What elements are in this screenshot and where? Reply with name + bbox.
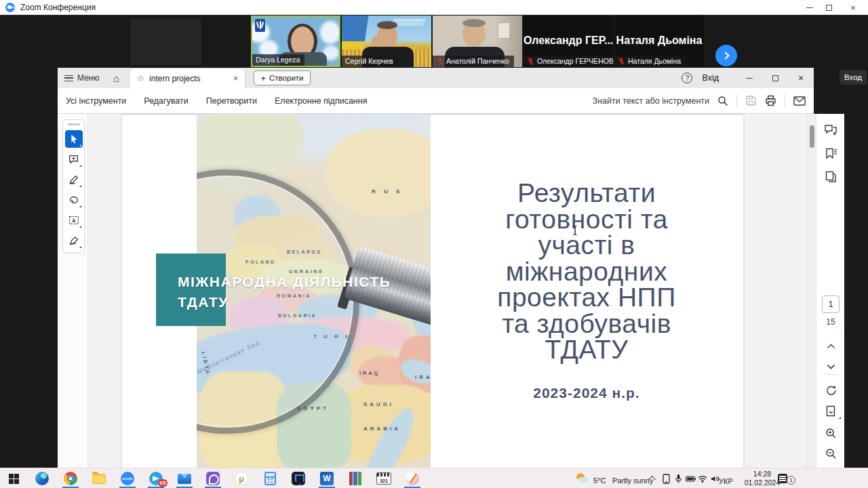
comment-tool-button[interactable] — [65, 150, 83, 168]
background-text-decor — [393, 19, 426, 22]
comments-icon — [824, 124, 837, 136]
slide-title: Результати готовності та участі в міжнар… — [441, 180, 732, 363]
participant-tile-darya[interactable]: Darya Legeza — [251, 16, 340, 67]
favorite-star-icon[interactable]: ☆ — [136, 73, 144, 83]
participant-tile-serhii[interactable]: Сергій Кюрчев — [342, 16, 431, 67]
participant-tile-anatolii[interactable]: Анатолій Панченко — [433, 16, 522, 67]
bookmark-icon — [825, 148, 837, 159]
tray-expand-button[interactable] — [646, 468, 660, 488]
taskbar-chrome[interactable] — [57, 468, 84, 488]
fill-sign-tool-button[interactable] — [65, 232, 83, 249]
tab-close-icon[interactable]: × — [233, 73, 239, 83]
background-text-decor — [396, 23, 423, 25]
zoom-minimize-button[interactable] — [800, 0, 819, 15]
draw-tool-button[interactable] — [65, 191, 83, 209]
acrobat-signin-button[interactable]: Вхід — [702, 73, 719, 83]
zoom-signin-button[interactable]: Вход — [840, 70, 867, 85]
acrobat-restore-button[interactable] — [762, 68, 788, 88]
microphone-icon[interactable] — [671, 468, 685, 488]
battery-icon[interactable] — [684, 468, 697, 488]
muted-mic-icon — [436, 58, 443, 65]
taskbar-telegram[interactable]: 65 — [142, 468, 170, 488]
menu-button[interactable]: Меню — [58, 68, 106, 88]
weather-icon[interactable] — [573, 468, 591, 488]
calculator-icon — [264, 472, 276, 485]
participant-center-name: Наталя Дьоміна — [614, 35, 704, 47]
mail-icon — [178, 474, 191, 484]
print-icon[interactable] — [765, 95, 776, 106]
bookmarks-panel-button[interactable] — [816, 143, 845, 163]
acrobat-minimize-button[interactable] — [736, 68, 762, 88]
pdf-page[interactable]: R U S BELARUS POLAND UKRAINE ROMANIA BUL… — [122, 115, 743, 468]
phone-link-icon[interactable] — [659, 468, 673, 488]
participant-hair — [377, 21, 397, 29]
map-label: IRAQ — [359, 370, 380, 376]
taskbar-calculator[interactable] — [256, 468, 283, 488]
page-view-button[interactable] — [816, 401, 845, 422]
zoom-in-button[interactable] — [816, 423, 845, 443]
notification-badge: 1 — [787, 476, 795, 485]
acrobat-close-button[interactable]: × — [788, 68, 814, 88]
rotate-page-button[interactable] — [816, 380, 845, 400]
document-tab[interactable]: ☆ intern projects × — [129, 68, 245, 88]
weather-widget[interactable]: 5°C Partly sunny — [593, 474, 653, 486]
taskbar-zoom[interactable]: zoom — [114, 468, 141, 488]
zoom-maximize-button[interactable] — [819, 0, 838, 15]
all-tools-menu[interactable]: Усі інструменти — [66, 96, 126, 106]
paint-app-icon — [406, 472, 419, 485]
map-label: SAUDI — [363, 401, 394, 407]
drag-handle[interactable] — [68, 123, 80, 125]
taskbar-mail[interactable] — [171, 468, 198, 488]
pages-icon — [825, 171, 837, 183]
vertical-scrollbar[interactable] — [807, 114, 816, 468]
email-icon[interactable] — [793, 96, 806, 106]
taskbar-winrar[interactable] — [342, 468, 369, 488]
zoom-close-button[interactable]: × — [844, 0, 863, 15]
comments-panel-button[interactable] — [816, 119, 845, 140]
taskbar-video-editor[interactable]: 321 — [370, 468, 397, 488]
edge-icon — [35, 472, 49, 485]
text-box-tool-button[interactable]: A — [65, 211, 83, 229]
wifi-icon[interactable] — [696, 468, 709, 488]
create-button[interactable]: + Створити — [254, 70, 310, 85]
winrar-icon — [349, 472, 361, 485]
select-tool-button[interactable] — [65, 130, 83, 148]
taskbar-edge[interactable] — [28, 468, 56, 488]
edit-menu[interactable]: Редагувати — [144, 96, 188, 106]
language-indicator[interactable]: УКР — [719, 474, 733, 487]
hamburger-icon — [64, 75, 73, 81]
taskbar-file-explorer[interactable] — [85, 468, 113, 488]
taskbar-viber[interactable] — [199, 468, 226, 488]
taskbar-utorrent[interactable]: µ — [228, 468, 255, 488]
participant-tile-natalia[interactable]: Наталя Дьоміна Наталя Дьоміна — [614, 16, 704, 67]
zoom-titlebar: Zoom Конференция × — [0, 0, 868, 15]
taskbar-shield-app[interactable] — [285, 468, 312, 488]
participant-tile-oleksandr[interactable]: Олександр ГЕР... Олександр ГЕРЧЕНОВ — [524, 16, 613, 67]
pages-panel-button[interactable] — [816, 167, 845, 187]
search-tools-button[interactable]: Знайти текст або інструменти — [593, 96, 709, 106]
page-number-input[interactable]: 1 — [822, 296, 840, 313]
taskbar-paint-app[interactable] — [399, 468, 426, 488]
previous-page-button[interactable] — [816, 336, 845, 357]
rotate-icon — [825, 384, 837, 396]
zoom-out-button[interactable] — [816, 443, 845, 464]
save-icon[interactable] — [745, 95, 757, 106]
taskbar-word[interactable]: W — [313, 468, 340, 488]
pen-nib-icon — [68, 235, 80, 247]
acrobat-toolbar: Усі інструменти Редагувати Перетворити Е… — [58, 88, 814, 114]
shield-app-icon — [292, 472, 305, 485]
highlight-tool-button[interactable] — [65, 171, 83, 188]
convert-menu[interactable]: Перетворити — [206, 96, 257, 106]
document-area: R U S BELARUS POLAND UKRAINE ROMANIA BUL… — [88, 114, 776, 468]
wall-decor — [498, 22, 510, 39]
start-button[interactable] — [0, 468, 27, 488]
esign-menu[interactable]: Електронне підписання — [275, 96, 367, 106]
help-button[interactable]: ? — [682, 73, 692, 83]
next-participants-button[interactable] — [715, 45, 737, 66]
windows-logo-icon — [9, 474, 19, 484]
home-button[interactable]: ⌂ — [106, 68, 126, 88]
scrollbar-thumb[interactable] — [810, 125, 814, 148]
participant-hand — [372, 36, 380, 47]
notification-icon — [778, 474, 787, 483]
search-icon[interactable] — [717, 96, 728, 106]
